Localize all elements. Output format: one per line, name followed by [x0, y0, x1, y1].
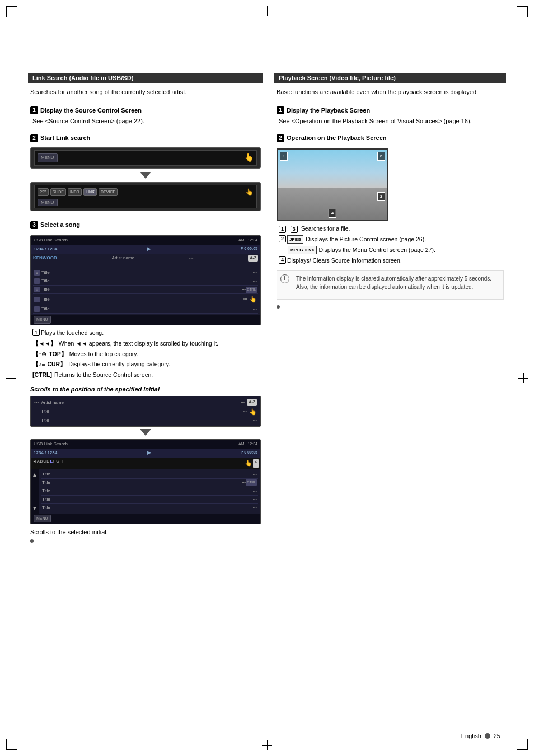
alpha-d[interactable]: D [46, 459, 49, 468]
alpha-c[interactable]: C [43, 459, 46, 468]
alpha-prev[interactable]: ◄ [32, 459, 36, 468]
menu-screen-inner-2: ??? SLIDE INFO LINK DEVICE 👆 MENU [34, 185, 257, 209]
alpha-item-4: Title [42, 496, 253, 503]
pb-num-13: 1, 3 [279, 225, 299, 233]
right-column: Playback Screen (Video file, Picture fil… [274, 73, 506, 543]
touch-hand-icon-2: 👆 [245, 187, 254, 197]
pb-circle-4: 4 [279, 256, 286, 264]
usb-alpha-am: AM [238, 441, 245, 447]
bullet-text-2: When ◄◄ appears, the text display is scr… [59, 339, 218, 348]
bullet-num-1: 1 [32, 329, 40, 336]
pb-badge-2: 2 [377, 152, 385, 161]
alpha-touch: 👆 [245, 459, 252, 468]
pb-text-2: Displays the Picture Control screen (pag… [306, 235, 426, 244]
left-step2: 2 Start Link search [30, 133, 90, 143]
right-step1-num: 1 [277, 106, 284, 114]
item-icon-3: ↓ [34, 287, 40, 292]
pb-badge-4: 4 [329, 209, 336, 218]
btn-device[interactable]: DEVICE [99, 188, 118, 197]
bullet-rewind: 【◄◄】 When ◄◄ appears, the text display i… [32, 339, 261, 348]
alpha-a[interactable]: A [37, 459, 40, 468]
small-screen-row-2: Title ••• [32, 417, 259, 424]
usb-alpha-prog: P 0 00:05 [241, 450, 257, 456]
bullet-text-5: Returns to the Source Control screen. [54, 371, 153, 379]
usb-title-text: USB Link Search [34, 237, 68, 244]
info-note: i The information display is cleared aut… [277, 270, 504, 300]
mpeg-badge: MPEG DivX [288, 246, 317, 254]
btn-slide[interactable]: SLIDE [50, 188, 66, 197]
crosshair-left [6, 373, 16, 383]
alpha-dots-1: ••• [253, 472, 257, 478]
usb-list-item: Title ••• [33, 305, 258, 314]
bullet-ctrl: [CTRL] Returns to the Source Control scr… [32, 371, 261, 379]
alpha-menu-btn[interactable]: MENU [34, 515, 51, 523]
arrow-down-1 [140, 172, 151, 179]
alpha-ctrl: CTRL [246, 479, 257, 486]
pb-circle-1: 1 [279, 226, 286, 233]
alphabet-row: ◄ A B C D E F G H 👆 × [31, 458, 260, 469]
item-icon-4 [34, 297, 40, 302]
usb-alpha-track: 1234 / 1234 [34, 450, 57, 456]
pb-bullet-2: 2 JPEG Displays the Picture Control scre… [279, 235, 504, 244]
bullet-text-4: Displays the currently playing category. [68, 360, 170, 368]
left-intro: Searches for another song of the current… [30, 87, 261, 97]
usb-artist-row: KENWOOD Artist name ••• A-Z [31, 254, 260, 263]
bullet-indicator-right [277, 305, 504, 309]
left-step3: 3 Select a song [30, 220, 80, 230]
alpha-list-item: Title ••• [41, 504, 258, 512]
usb-alpha-title: USB Link Search [34, 441, 68, 447]
btn-qqq[interactable]: ??? [38, 188, 49, 197]
alpha-dots-4: ••• [253, 497, 257, 503]
small-az: ••• [241, 399, 245, 405]
alpha-g[interactable]: G [56, 459, 59, 468]
right-step2-num: 2 [277, 134, 284, 142]
menu-screen-mockup-2: ??? SLIDE INFO LINK DEVICE 👆 MENU [30, 182, 261, 212]
pb-bullet-1: 1, 3 Searches for a file. [279, 225, 504, 233]
alpha-b[interactable]: B [40, 459, 43, 468]
alpha-nav-col: ▲ ▼ [31, 469, 39, 514]
ctrl-badge: CTRL [246, 287, 257, 293]
small-dots-1: ••• [243, 409, 247, 415]
scrolls-heading: Scrolls to the position of the specified… [30, 385, 261, 394]
item-label-1: Title [41, 269, 253, 276]
item-label-2: Title [41, 278, 253, 284]
alpha-dots-3: ••• [253, 488, 257, 494]
step3-label: Select a song [40, 220, 80, 230]
small-artist-dots: ••• [34, 399, 39, 406]
usb-alpha-header: USB Link Search AM 12:34 [31, 440, 260, 449]
alpha-down-btn[interactable]: ▼ [32, 504, 38, 512]
usb-menu-btn[interactable]: MENU [34, 316, 51, 324]
usb-screen-title-bar: 1234 / 1234 ▶ P 0 00:05 [31, 245, 260, 254]
usb-list: 1 Title ••• Title ••• ↓ Title ••• [31, 268, 260, 315]
menu-screen-inner-1: MENU 👆 [34, 150, 257, 166]
small-screen-row-1: Title ••• 👆 [32, 407, 259, 417]
alpha-e[interactable]: E [50, 459, 53, 468]
btn-link[interactable]: LINK [83, 188, 97, 197]
alpha-up-btn[interactable]: ▲ [32, 470, 38, 479]
small-dots-2: ••• [253, 418, 257, 424]
step3-num: 3 [30, 221, 38, 229]
item-dots-1: ••• [253, 270, 257, 276]
usb-alpha-clock: 12:34 [247, 441, 257, 447]
alpha-list-item: Title ••• CTRL [41, 479, 258, 487]
small-az-badge: A-Z [247, 399, 257, 406]
alpha-item-5: Title [42, 505, 253, 511]
bullet-icon-top: 【↑⊙ [32, 350, 46, 358]
item-icon-2 [34, 278, 40, 284]
btn-info[interactable]: INFO [68, 188, 82, 197]
info-circle-icon: i [280, 274, 289, 283]
main-content: Link Search (Audio file in USB/SD) Searc… [28, 73, 506, 543]
usb-list-item: 1 Title ••• [33, 269, 258, 277]
right-step1: 1 Display the Playback Screen [277, 106, 370, 115]
bullet-text-1: Plays the touched song. [41, 329, 104, 337]
usb-progress: P 0 00:05 [241, 246, 257, 253]
bullet-label-top: TOP】 [49, 350, 67, 358]
alpha-h[interactable]: H [60, 459, 63, 468]
step1-sub: See <Source Control Screen> (page 22). [32, 117, 261, 125]
crosshair-bottom [262, 740, 272, 750]
pb-text-mpeg: Displays the Menu Control screen (page 2… [319, 246, 435, 254]
alpha-f[interactable]: F [53, 459, 55, 468]
info-note-text: The information display is cleared autom… [296, 274, 500, 291]
right-section-body: Basic functions are available even when … [274, 87, 506, 309]
pb-circle-3: 3 [291, 226, 298, 233]
